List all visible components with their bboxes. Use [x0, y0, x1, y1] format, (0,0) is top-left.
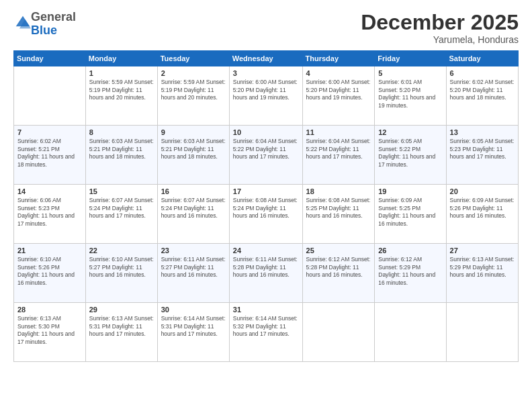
day-number: 5 [378, 69, 442, 77]
logo-blue: Blue [31, 24, 57, 37]
day-info: Sunrise: 6:05 AM Sunset: 5:22 PM Dayligh… [378, 138, 442, 169]
day-info: Sunrise: 6:04 AM Sunset: 5:22 PM Dayligh… [233, 138, 299, 161]
day-cell: 13Sunrise: 6:05 AM Sunset: 5:23 PM Dayli… [446, 126, 518, 185]
day-cell: 20Sunrise: 6:09 AM Sunset: 5:26 PM Dayli… [446, 185, 518, 244]
day-number: 15 [89, 187, 154, 195]
day-cell: 30Sunrise: 6:14 AM Sunset: 5:31 PM Dayli… [157, 303, 229, 362]
day-cell: 17Sunrise: 6:08 AM Sunset: 5:24 PM Dayli… [229, 185, 302, 244]
day-info: Sunrise: 5:59 AM Sunset: 5:19 PM Dayligh… [161, 79, 226, 101]
day-cell: 7Sunrise: 6:02 AM Sunset: 5:21 PM Daylig… [14, 126, 86, 185]
day-number: 17 [233, 187, 299, 195]
day-number: 6 [450, 69, 515, 77]
day-cell: 15Sunrise: 6:07 AM Sunset: 5:24 PM Dayli… [85, 185, 157, 244]
day-number: 14 [17, 187, 82, 195]
logo-text: General Blue [31, 11, 76, 38]
day-cell: 21Sunrise: 6:10 AM Sunset: 5:26 PM Dayli… [14, 244, 86, 303]
day-info: Sunrise: 6:00 AM Sunset: 5:20 PM Dayligh… [306, 79, 371, 101]
week-row-1: 1Sunrise: 5:59 AM Sunset: 5:19 PM Daylig… [14, 66, 519, 126]
day-info: Sunrise: 6:05 AM Sunset: 5:23 PM Dayligh… [450, 138, 515, 161]
day-info: Sunrise: 6:04 AM Sunset: 5:22 PM Dayligh… [306, 138, 371, 161]
day-cell [14, 66, 86, 126]
day-cell: 19Sunrise: 6:09 AM Sunset: 5:25 PM Dayli… [375, 185, 446, 244]
day-cell [375, 303, 446, 362]
week-row-4: 21Sunrise: 6:10 AM Sunset: 5:26 PM Dayli… [14, 244, 519, 303]
logo-general: General [31, 10, 76, 24]
day-number: 22 [89, 246, 154, 255]
day-cell: 14Sunrise: 6:06 AM Sunset: 5:23 PM Dayli… [14, 185, 86, 244]
day-info: Sunrise: 6:13 AM Sunset: 5:31 PM Dayligh… [89, 315, 154, 338]
day-cell: 10Sunrise: 6:04 AM Sunset: 5:22 PM Dayli… [229, 126, 302, 185]
day-info: Sunrise: 6:11 AM Sunset: 5:27 PM Dayligh… [161, 256, 226, 279]
day-cell [446, 303, 518, 362]
day-number: 31 [233, 306, 299, 314]
day-number: 18 [306, 187, 371, 195]
day-cell: 5Sunrise: 6:01 AM Sunset: 5:20 PM Daylig… [375, 66, 446, 126]
day-info: Sunrise: 6:01 AM Sunset: 5:20 PM Dayligh… [378, 79, 442, 109]
day-number: 23 [161, 246, 226, 255]
day-cell: 18Sunrise: 6:08 AM Sunset: 5:25 PM Dayli… [302, 185, 375, 244]
day-cell: 31Sunrise: 6:14 AM Sunset: 5:32 PM Dayli… [229, 303, 302, 362]
day-cell: 26Sunrise: 6:12 AM Sunset: 5:29 PM Dayli… [375, 244, 446, 303]
week-row-5: 28Sunrise: 6:13 AM Sunset: 5:30 PM Dayli… [14, 303, 519, 362]
week-row-2: 7Sunrise: 6:02 AM Sunset: 5:21 PM Daylig… [14, 126, 519, 185]
day-cell: 9Sunrise: 6:03 AM Sunset: 5:21 PM Daylig… [157, 126, 229, 185]
day-info: Sunrise: 6:08 AM Sunset: 5:25 PM Dayligh… [306, 197, 371, 220]
month-title: December 2025 [361, 11, 519, 34]
day-cell: 27Sunrise: 6:13 AM Sunset: 5:29 PM Dayli… [446, 244, 518, 303]
day-number: 4 [306, 69, 371, 77]
day-number: 26 [378, 246, 442, 255]
day-info: Sunrise: 5:59 AM Sunset: 5:19 PM Dayligh… [89, 79, 154, 101]
day-info: Sunrise: 6:12 AM Sunset: 5:29 PM Dayligh… [378, 256, 442, 287]
header: General Blue December 2025 Yarumela, Hon… [13, 11, 519, 45]
day-info: Sunrise: 6:11 AM Sunset: 5:28 PM Dayligh… [233, 256, 299, 279]
calendar: SundayMondayTuesdayWednesdayThursdayFrid… [13, 50, 519, 362]
location: Yarumela, Honduras [361, 34, 519, 45]
day-cell: 24Sunrise: 6:11 AM Sunset: 5:28 PM Dayli… [229, 244, 302, 303]
day-info: Sunrise: 6:13 AM Sunset: 5:30 PM Dayligh… [17, 315, 82, 346]
day-info: Sunrise: 6:10 AM Sunset: 5:27 PM Dayligh… [89, 256, 154, 279]
day-cell: 23Sunrise: 6:11 AM Sunset: 5:27 PM Dayli… [157, 244, 229, 303]
logo: General Blue [13, 11, 76, 38]
day-number: 13 [450, 128, 515, 136]
day-cell: 25Sunrise: 6:12 AM Sunset: 5:28 PM Dayli… [302, 244, 375, 303]
day-info: Sunrise: 6:13 AM Sunset: 5:29 PM Dayligh… [450, 256, 515, 279]
day-number: 1 [89, 69, 154, 77]
day-number: 7 [17, 128, 82, 136]
day-cell: 11Sunrise: 6:04 AM Sunset: 5:22 PM Dayli… [302, 126, 375, 185]
day-number: 2 [161, 69, 226, 77]
week-row-3: 14Sunrise: 6:06 AM Sunset: 5:23 PM Dayli… [14, 185, 519, 244]
day-number: 27 [450, 246, 515, 255]
day-cell: 1Sunrise: 5:59 AM Sunset: 5:19 PM Daylig… [85, 66, 157, 126]
day-cell: 6Sunrise: 6:02 AM Sunset: 5:20 PM Daylig… [446, 66, 518, 126]
day-cell: 4Sunrise: 6:00 AM Sunset: 5:20 PM Daylig… [302, 66, 375, 126]
day-info: Sunrise: 6:10 AM Sunset: 5:26 PM Dayligh… [17, 256, 82, 287]
day-info: Sunrise: 6:07 AM Sunset: 5:24 PM Dayligh… [89, 197, 154, 220]
day-cell: 16Sunrise: 6:07 AM Sunset: 5:24 PM Dayli… [157, 185, 229, 244]
day-info: Sunrise: 6:14 AM Sunset: 5:31 PM Dayligh… [161, 315, 226, 338]
day-number: 16 [161, 187, 226, 195]
day-number: 10 [233, 128, 299, 136]
day-number: 9 [161, 128, 226, 136]
day-cell: 12Sunrise: 6:05 AM Sunset: 5:22 PM Dayli… [375, 126, 446, 185]
day-info: Sunrise: 6:03 AM Sunset: 5:21 PM Dayligh… [89, 138, 154, 161]
day-cell [302, 303, 375, 362]
weekday-header-tuesday: Tuesday [157, 51, 229, 66]
day-cell: 28Sunrise: 6:13 AM Sunset: 5:30 PM Dayli… [14, 303, 86, 362]
day-info: Sunrise: 6:02 AM Sunset: 5:20 PM Dayligh… [450, 79, 515, 101]
day-number: 3 [233, 69, 299, 77]
day-number: 30 [161, 306, 226, 314]
day-number: 28 [17, 306, 82, 314]
day-number: 20 [450, 187, 515, 195]
logo-icon [15, 15, 31, 31]
day-cell: 22Sunrise: 6:10 AM Sunset: 5:27 PM Dayli… [85, 244, 157, 303]
day-info: Sunrise: 6:00 AM Sunset: 5:20 PM Dayligh… [233, 79, 299, 101]
weekday-header-thursday: Thursday [302, 51, 375, 66]
day-cell: 2Sunrise: 5:59 AM Sunset: 5:19 PM Daylig… [157, 66, 229, 126]
day-number: 21 [17, 246, 82, 255]
day-number: 11 [306, 128, 371, 136]
day-info: Sunrise: 6:07 AM Sunset: 5:24 PM Dayligh… [161, 197, 226, 220]
day-cell: 29Sunrise: 6:13 AM Sunset: 5:31 PM Dayli… [85, 303, 157, 362]
title-block: December 2025 Yarumela, Honduras [361, 11, 519, 45]
day-number: 12 [378, 128, 442, 136]
weekday-header-friday: Friday [375, 51, 446, 66]
